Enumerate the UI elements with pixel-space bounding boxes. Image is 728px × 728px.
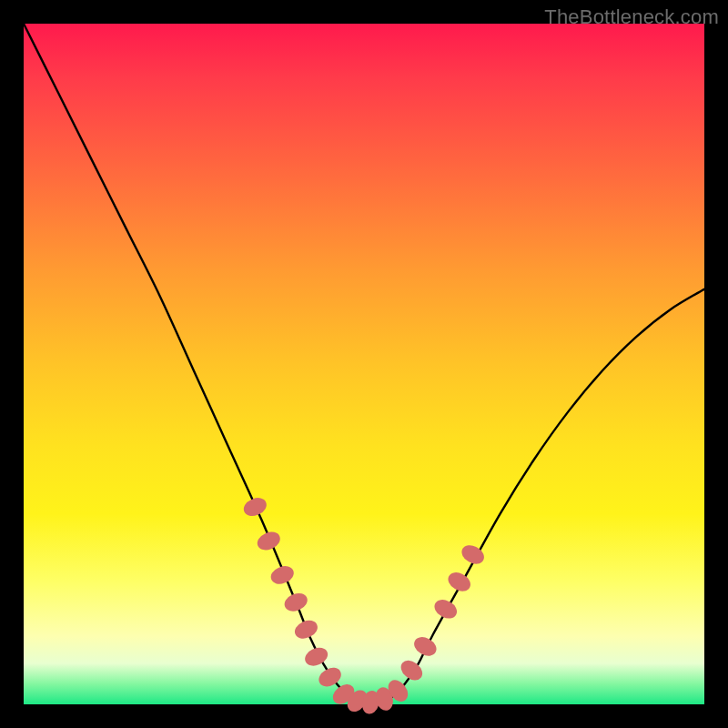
- curve-svg: [24, 24, 704, 704]
- curve-marker: [241, 495, 269, 520]
- curve-marker: [398, 656, 427, 683]
- plot-area: [24, 24, 704, 704]
- marker-group: [241, 495, 488, 716]
- bottleneck-curve: [24, 24, 704, 705]
- curve-marker: [255, 529, 283, 553]
- outer-frame: TheBottleneck.com: [0, 0, 728, 728]
- curve-marker: [302, 644, 330, 669]
- curve-marker: [411, 633, 440, 660]
- curve-marker: [268, 563, 297, 588]
- curve-marker: [431, 596, 460, 622]
- curve-marker: [292, 617, 320, 642]
- curve-marker: [282, 591, 310, 615]
- curve-marker: [445, 569, 473, 594]
